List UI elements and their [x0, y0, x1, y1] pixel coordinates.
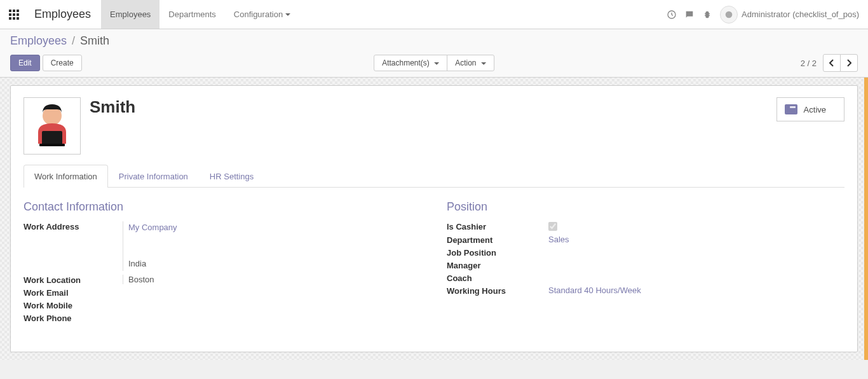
- attachments-dropdown[interactable]: Attachment(s): [374, 55, 447, 71]
- svg-rect-2: [17, 10, 19, 12]
- position-column: Position Is Cashier Department Sales Job…: [447, 200, 844, 326]
- control-panel-bottom: Edit Create Attachment(s) Action 2 / 2: [10, 54, 858, 72]
- menu-label: Configuration: [234, 10, 283, 19]
- action-dropdown[interactable]: Action: [447, 55, 494, 71]
- breadcrumb-separator: /: [72, 34, 75, 48]
- apps-launcher-icon[interactable]: [0, 0, 28, 29]
- department-link[interactable]: Sales: [548, 235, 569, 244]
- tabs: Work Information Private Information HR …: [24, 165, 844, 188]
- pager-count[interactable]: 2 / 2: [801, 59, 817, 68]
- tab-private-information[interactable]: Private Information: [108, 165, 199, 188]
- menu-configuration[interactable]: Configuration: [225, 0, 299, 29]
- accent-bar: [864, 78, 868, 360]
- label-is-cashier: Is Cashier: [447, 221, 546, 231]
- section-position-title: Position: [447, 200, 844, 214]
- top-navbar: Employees Employees Departments Configur…: [0, 0, 868, 29]
- breadcrumb: Employees / Smith: [10, 34, 858, 48]
- menu-departments[interactable]: Departments: [159, 0, 224, 29]
- navbar-right: Administrator (checklist_of_pos): [663, 0, 868, 29]
- svg-rect-1: [13, 10, 15, 12]
- active-label: Active: [804, 105, 826, 114]
- label-work-email: Work Email: [24, 287, 123, 298]
- action-label: Action: [455, 59, 476, 67]
- svg-rect-11: [42, 131, 62, 145]
- svg-rect-6: [9, 17, 11, 20]
- chevron-down-icon: [434, 62, 439, 65]
- contact-column: Contact Information Work Address My Comp…: [24, 200, 421, 326]
- tab-label: HR Settings: [210, 172, 254, 181]
- tab-label: Private Information: [119, 172, 188, 181]
- employee-photo[interactable]: [24, 97, 81, 155]
- working-hours-link[interactable]: Standard 40 Hours/Week: [548, 286, 641, 295]
- svg-rect-5: [17, 13, 19, 16]
- value-is-cashier: [546, 221, 844, 232]
- value-work-location: Boston: [123, 275, 421, 284]
- work-address-country: India: [128, 258, 421, 271]
- svg-rect-12: [39, 144, 65, 146]
- navbar-menu: Employees Departments Configuration: [101, 0, 299, 29]
- value-work-address: My Company India: [123, 221, 421, 271]
- label-manager: Manager: [447, 260, 546, 270]
- pager-prev-button[interactable]: [823, 54, 841, 72]
- chevron-down-icon: [285, 13, 290, 16]
- label-coach: Coach: [447, 273, 546, 283]
- bug-icon[interactable]: [698, 6, 716, 24]
- label-department: Department: [447, 235, 546, 245]
- section-contact-title: Contact Information: [24, 200, 421, 214]
- svg-rect-3: [9, 13, 11, 16]
- cp-left-buttons: Edit Create: [10, 55, 82, 71]
- attachments-label: Attachment(s): [382, 59, 430, 67]
- sheet-header: Smith Active: [11, 86, 857, 155]
- active-stat-button[interactable]: Active: [776, 97, 844, 121]
- edit-button[interactable]: Edit: [10, 55, 40, 71]
- label-work-address: Work Address: [24, 221, 123, 231]
- chevron-down-icon: [481, 62, 486, 65]
- svg-rect-0: [9, 10, 11, 12]
- person-laptop-icon: [27, 100, 78, 151]
- menu-label: Departments: [168, 10, 215, 19]
- form-sheet: Smith Active Work Information Private In…: [10, 85, 858, 352]
- svg-rect-7: [13, 17, 15, 20]
- user-name: Administrator (checklist_of_pos): [742, 10, 859, 19]
- cp-center-buttons: Attachment(s) Action: [374, 55, 494, 71]
- control-panel: Employees / Smith Edit Create Attachment…: [0, 29, 868, 78]
- svg-rect-8: [17, 17, 19, 20]
- label-work-phone: Work Phone: [24, 313, 123, 323]
- work-address-company-link[interactable]: My Company: [128, 221, 421, 235]
- pager-next-button[interactable]: [840, 54, 858, 72]
- archive-icon: [785, 104, 797, 114]
- is-cashier-checkbox: [548, 222, 557, 231]
- chat-icon[interactable]: [681, 6, 698, 24]
- avatar-icon: [720, 6, 738, 24]
- breadcrumb-parent[interactable]: Employees: [10, 34, 67, 48]
- form-area: Smith Active Work Information Private In…: [0, 78, 868, 360]
- create-button[interactable]: Create: [43, 55, 82, 71]
- menu-label: Employees: [110, 10, 151, 19]
- label-work-mobile: Work Mobile: [24, 300, 123, 310]
- tab-content: Contact Information Work Address My Comp…: [11, 188, 857, 338]
- tab-work-information[interactable]: Work Information: [24, 165, 108, 188]
- label-working-hours: Working Hours: [447, 286, 546, 296]
- label-job-position: Job Position: [447, 247, 546, 258]
- label-work-location: Work Location: [24, 275, 123, 285]
- tab-hr-settings[interactable]: HR Settings: [199, 165, 264, 188]
- employee-name: Smith: [90, 97, 135, 117]
- tab-label: Work Information: [34, 172, 97, 181]
- user-menu[interactable]: Administrator (checklist_of_pos): [716, 6, 863, 24]
- app-title[interactable]: Employees: [28, 0, 101, 29]
- clock-icon[interactable]: [663, 6, 681, 24]
- breadcrumb-current: Smith: [80, 34, 109, 48]
- value-working-hours: Standard 40 Hours/Week: [546, 286, 844, 295]
- value-department: Sales: [546, 235, 844, 244]
- menu-employees[interactable]: Employees: [101, 0, 159, 29]
- cp-right: 2 / 2: [801, 54, 858, 72]
- svg-rect-4: [13, 13, 15, 16]
